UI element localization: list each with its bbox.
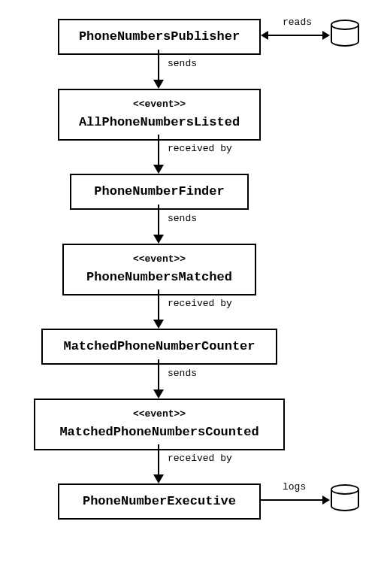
node-stereotype: <<event>>: [71, 98, 247, 111]
node-all-phone-numbers-listed: <<event>> AllPhoneNumbersListed: [58, 89, 261, 141]
node-title: MatchedPhoneNumberCounter: [55, 338, 264, 356]
flow-diagram: PhoneNumbersPublisher reads sends <<even…: [0, 0, 387, 588]
arrow-down-icon: [153, 389, 164, 399]
node-title: MatchedPhoneNumbersCounted: [47, 423, 271, 441]
edge-reads-label: reads: [283, 17, 312, 28]
node-stereotype: <<event>>: [47, 408, 271, 421]
vline: [158, 444, 159, 474]
database-icon: [331, 20, 359, 47]
db-top: [331, 20, 359, 30]
arrow-down-icon: [153, 80, 164, 89]
edge-received-by-1-label: received by: [168, 143, 232, 154]
edge-sends-2-label: sends: [168, 213, 197, 224]
arrow-head-right-icon: [322, 31, 330, 40]
edge-received-by-3-label: received by: [168, 453, 232, 464]
arrow-down-icon: [153, 320, 164, 329]
vline: [158, 205, 159, 235]
arrow-down-icon: [153, 235, 164, 244]
edge-received-by-1: [153, 135, 164, 174]
edge-received-by-2-label: received by: [168, 298, 232, 309]
node-title: PhoneNumbersMatched: [76, 268, 243, 286]
edge-sends-3: [153, 359, 164, 399]
node-phone-number-executive: PhoneNumberExecutive: [58, 483, 261, 520]
node-title: AllPhoneNumbersListed: [71, 114, 247, 132]
vline: [158, 135, 159, 165]
node-title: PhoneNumberFinder: [83, 183, 235, 201]
arrow-down-icon: [153, 474, 164, 483]
edge-reads: [261, 31, 330, 40]
edge-sends-1: [153, 50, 164, 89]
db-top: [331, 484, 359, 495]
node-phone-numbers-matched: <<event>> PhoneNumbersMatched: [62, 244, 256, 296]
node-title: PhoneNumberExecutive: [71, 493, 247, 511]
database-icon: [331, 484, 359, 511]
node-title: PhoneNumbersPublisher: [71, 28, 247, 46]
arrow-head-right-icon: [322, 496, 330, 505]
edge-sends-1-label: sends: [168, 58, 197, 69]
hline: [261, 499, 322, 501]
edge-sends-2: [153, 205, 164, 244]
edge-received-by-3: [153, 444, 164, 483]
edge-received-by-2: [153, 289, 164, 329]
edge-sends-3-label: sends: [168, 368, 197, 379]
hline: [268, 35, 322, 36]
arrow-down-icon: [153, 165, 164, 174]
vline: [158, 50, 159, 80]
edge-logs: [261, 496, 330, 505]
node-stereotype: <<event>>: [76, 253, 243, 266]
node-matched-phone-numbers-counted: <<event>> MatchedPhoneNumbersCounted: [34, 399, 285, 450]
vline: [158, 289, 159, 320]
vline: [158, 359, 159, 389]
edge-logs-label: logs: [283, 481, 306, 493]
arrow-head-left-icon: [261, 31, 268, 40]
